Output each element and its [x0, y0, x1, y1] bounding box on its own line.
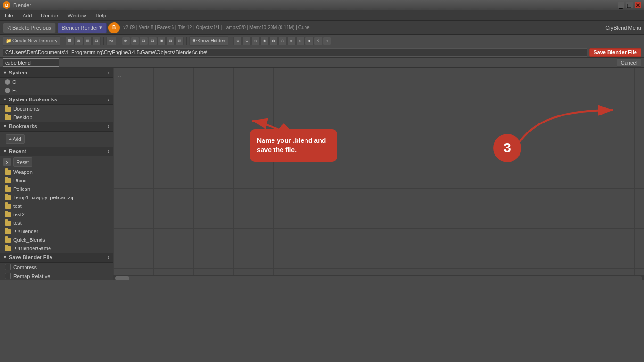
system-collapse-icon: ↕: [108, 70, 110, 75]
eye-icon: 👁: [192, 38, 197, 43]
filter-3-icon[interactable]: ⊟: [140, 37, 148, 45]
up-directory-button[interactable]: ..: [118, 72, 121, 79]
system-section-header[interactable]: ▼ System ↕: [0, 68, 113, 78]
sidebar-item-documents[interactable]: Documents: [0, 105, 113, 113]
sidebar-item-c-drive[interactable]: C:: [0, 78, 113, 86]
cancel-button[interactable]: Cancel: [617, 58, 641, 67]
menu-window[interactable]: Window: [65, 12, 89, 19]
scroll-track: [115, 276, 642, 280]
folder-icon: [5, 178, 11, 183]
extra-1-icon[interactable]: ⊛: [233, 37, 242, 45]
remap-relative-checkbox-item[interactable]: Remap Relative: [0, 272, 113, 280]
compress-checkbox[interactable]: [5, 264, 11, 270]
recent-label: Recent: [9, 148, 26, 154]
sidebar-item-temp1[interactable]: Temp1_crappy_pelican.zip: [0, 193, 113, 202]
maximize-button[interactable]: □: [626, 2, 633, 8]
horizontal-scrollbar[interactable]: [113, 275, 644, 280]
extra-filter-icons: ⊛ ⊙ ◎ ◉ ◍ ◌ ◈ ◇ ◆ ◊ ○: [233, 37, 331, 45]
add-label: Add: [13, 137, 21, 142]
view-3-icon[interactable]: ▤: [83, 37, 92, 45]
sidebar-item-blender5[interactable]: !!!!!Blender: [0, 227, 113, 236]
sidebar-item-label: Weapon: [13, 169, 33, 175]
sidebar-item-test3[interactable]: test: [0, 219, 113, 227]
address-bar: Save Blender File: [0, 47, 644, 58]
filename-bar: Cancel: [0, 58, 644, 68]
bookmarks-section-header[interactable]: ▼ Bookmarks ↕: [0, 122, 113, 132]
close-button[interactable]: ✕: [635, 2, 641, 8]
filename-input[interactable]: [3, 58, 59, 67]
folder-icon: [5, 229, 11, 234]
extra-5-icon[interactable]: ◍: [269, 37, 278, 45]
grid-background: [113, 68, 644, 280]
save-blender-file-button[interactable]: Save Blender File: [589, 48, 641, 57]
menu-help[interactable]: Help: [93, 12, 109, 19]
filter-6-icon[interactable]: ⊠: [166, 37, 175, 45]
sidebar-item-pelican[interactable]: Pelican: [0, 185, 113, 193]
extra-10-icon[interactable]: ◊: [314, 37, 322, 45]
sidebar-item-weapon[interactable]: Weapon: [0, 168, 113, 176]
extra-2-icon[interactable]: ⊙: [242, 37, 251, 45]
system-bookmarks-section-header[interactable]: ▼ System Bookmarks ↕: [0, 95, 113, 105]
recent-section-header[interactable]: ▼ Recent ↕: [0, 147, 113, 156]
filter-2-icon[interactable]: ⊞: [131, 37, 139, 45]
sidebar-item-label: test2: [13, 212, 25, 217]
filter-7-icon[interactable]: ▨: [175, 37, 184, 45]
bk-collapse-icon: ↕: [108, 124, 110, 129]
folder-icon: [5, 221, 11, 226]
extra-6-icon[interactable]: ◌: [278, 37, 287, 45]
menu-render[interactable]: Render: [38, 12, 61, 19]
chevron-down-icon: ▾: [99, 25, 102, 31]
sort-icon[interactable]: Az: [106, 37, 116, 45]
sidebar-item-test2[interactable]: test2: [0, 210, 113, 219]
view-4-icon[interactable]: ⊟: [92, 37, 101, 45]
grid-view-icon[interactable]: ⊞: [74, 37, 83, 45]
back-icon: ◁: [7, 25, 11, 31]
path-input[interactable]: [3, 48, 587, 57]
crymenu-button[interactable]: CryBlend Menu: [605, 25, 641, 31]
extra-8-icon[interactable]: ◇: [296, 37, 305, 45]
save-blender-section-header[interactable]: ▼ Save Blender File ↕: [0, 253, 113, 263]
recent-reset-button[interactable]: Reset: [13, 157, 32, 167]
back-to-previous-button[interactable]: ◁ Back to Previous: [3, 23, 56, 33]
disk-icon: [5, 79, 10, 85]
bk-arrow-icon: ▼: [3, 124, 7, 129]
folder-plus-icon: 📁: [6, 38, 11, 43]
minimize-button[interactable]: _: [618, 2, 624, 8]
list-view-icon[interactable]: ☰: [66, 37, 74, 45]
sidebar-item-rhino[interactable]: Rhino: [0, 176, 113, 185]
sidebar-item-label: Desktop: [13, 115, 32, 120]
file-toolbar: 📁 Create New Directory ☰ ⊞ ▤ ⊟ Az ⊕ ⊞ ⊟ …: [0, 35, 644, 47]
create-new-directory-button[interactable]: 📁 Create New Directory: [3, 36, 60, 46]
extra-7-icon[interactable]: ◈: [287, 37, 296, 45]
sidebar-item-test1[interactable]: test: [0, 202, 113, 210]
recent-collapse-icon: ↕: [108, 149, 110, 154]
menu-add[interactable]: Add: [20, 12, 35, 19]
window-title: Blender: [13, 2, 31, 8]
extra-4-icon[interactable]: ◉: [260, 37, 269, 45]
filter-4-icon[interactable]: ⊡: [149, 37, 157, 45]
filter-5-icon[interactable]: ▣: [157, 37, 166, 45]
sidebar-item-desktop[interactable]: Desktop: [0, 113, 113, 122]
recent-clear-button[interactable]: ✕: [3, 158, 11, 166]
filter-icons: ⊕ ⊞ ⊟ ⊡ ▣ ⊠ ▨: [122, 37, 184, 45]
extra-3-icon[interactable]: ◎: [251, 37, 260, 45]
compress-checkbox-item[interactable]: Compress: [0, 263, 113, 272]
menu-file[interactable]: File: [2, 12, 16, 19]
sidebar-item-quick-blends[interactable]: Quick_Blends: [0, 236, 113, 244]
extra-9-icon[interactable]: ◆: [305, 37, 314, 45]
sidebar-item-label: Quick_Blends: [13, 237, 45, 243]
show-hidden-button[interactable]: 👁 Show Hidden: [189, 36, 228, 46]
add-bookmark-button[interactable]: + Add: [6, 134, 25, 144]
sidebar: ▼ System ↕ C: E: ▼ System Bookmarks ↕ Do…: [0, 68, 113, 280]
scroll-thumb[interactable]: [115, 276, 129, 280]
sidebar-item-label: !!!!BlenderGame: [13, 246, 51, 251]
extra-11-icon[interactable]: ○: [323, 37, 331, 45]
sidebar-item-blender-game[interactable]: !!!!BlenderGame: [0, 244, 113, 253]
blender-sphere-icon[interactable]: B: [108, 22, 120, 33]
render-engine-selector[interactable]: Blender Render ▾: [58, 23, 107, 33]
filter-1-icon[interactable]: ⊕: [122, 37, 130, 45]
sidebar-item-e-drive[interactable]: E:: [0, 86, 113, 95]
remap-relative-label: Remap Relative: [13, 273, 50, 279]
recent-controls: ✕ Reset: [0, 156, 113, 168]
remap-relative-checkbox[interactable]: [5, 273, 11, 279]
